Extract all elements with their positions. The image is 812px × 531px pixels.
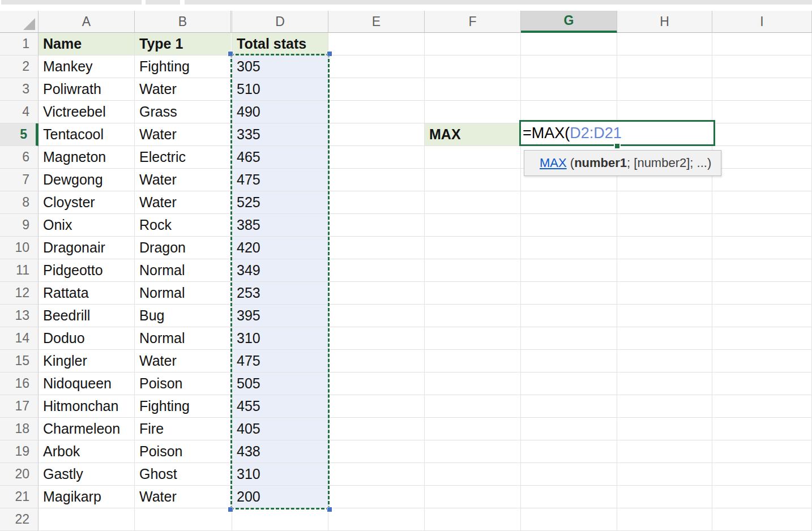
cell-A10[interactable]: Dragonair — [39, 237, 135, 259]
cell-B3[interactable]: Water — [135, 78, 231, 101]
row-header-16[interactable]: 16 — [0, 372, 39, 395]
cell-B13[interactable]: Bug — [135, 305, 231, 327]
cell-E3[interactable] — [328, 78, 425, 101]
cell-F6[interactable] — [425, 146, 521, 169]
cell-H10[interactable] — [617, 237, 712, 259]
cell-D17[interactable]: 455 — [232, 395, 328, 418]
cell-H19[interactable] — [617, 440, 712, 463]
cell-H9[interactable] — [617, 214, 712, 237]
cell-I20[interactable] — [712, 463, 812, 486]
cell-F4[interactable] — [425, 101, 521, 123]
cell-I15[interactable] — [712, 350, 812, 372]
column-header-B[interactable]: B — [135, 11, 231, 33]
cell-A7[interactable]: Dewgong — [39, 169, 135, 191]
cell-B1[interactable]: Type 1 — [135, 33, 231, 55]
cell-G1[interactable] — [521, 33, 617, 55]
cell-A13[interactable]: Beedrill — [39, 305, 135, 327]
cell-D7[interactable]: 475 — [232, 169, 328, 191]
cell-A14[interactable]: Doduo — [39, 327, 135, 350]
cell-E2[interactable] — [328, 55, 425, 78]
row-header-19[interactable]: 19 — [0, 440, 39, 463]
cell-H2[interactable] — [617, 55, 712, 78]
cell-E5[interactable] — [328, 123, 425, 146]
cell-H12[interactable] — [617, 282, 712, 305]
cell-B10[interactable]: Dragon — [135, 237, 231, 259]
cell-I4[interactable] — [712, 101, 812, 123]
cell-E17[interactable] — [328, 395, 425, 418]
cell-D18[interactable]: 405 — [232, 418, 328, 440]
cell-I7[interactable] — [712, 169, 812, 191]
column-header-I[interactable]: I — [712, 11, 812, 33]
cell-B14[interactable]: Normal — [135, 327, 231, 350]
row-header-9[interactable]: 9 — [0, 214, 39, 237]
cell-B16[interactable]: Poison — [135, 372, 231, 395]
cell-A1[interactable]: Name — [39, 33, 135, 55]
row-header-17[interactable]: 17 — [0, 395, 39, 418]
cell-A2[interactable]: Mankey — [39, 55, 135, 78]
fill-handle[interactable] — [614, 143, 621, 149]
cell-D12[interactable]: 253 — [232, 282, 328, 305]
cell-F18[interactable] — [425, 418, 521, 440]
cell-B8[interactable]: Water — [135, 191, 231, 214]
cell-I21[interactable] — [712, 486, 812, 508]
cell-E16[interactable] — [328, 372, 425, 395]
cell-H15[interactable] — [617, 350, 712, 372]
cell-E11[interactable] — [328, 259, 425, 282]
cell-I16[interactable] — [712, 372, 812, 395]
cell-H3[interactable] — [617, 78, 712, 101]
cell-I6[interactable] — [712, 146, 812, 169]
cell-E20[interactable] — [328, 463, 425, 486]
cell-F9[interactable] — [425, 214, 521, 237]
cell-E8[interactable] — [328, 191, 425, 214]
cell-F21[interactable] — [425, 486, 521, 508]
selection-handle-top-left[interactable] — [228, 51, 233, 57]
row-header-11[interactable]: 11 — [0, 259, 39, 282]
row-header-15[interactable]: 15 — [0, 350, 39, 372]
row-header-6[interactable]: 6 — [0, 146, 39, 169]
cell-I10[interactable] — [712, 237, 812, 259]
cell-G3[interactable] — [521, 78, 617, 101]
cell-D22[interactable] — [232, 508, 328, 531]
cell-H21[interactable] — [617, 486, 712, 508]
cell-G8[interactable] — [521, 191, 617, 214]
cell-B19[interactable]: Poison — [135, 440, 231, 463]
row-header-13[interactable]: 13 — [0, 305, 39, 327]
cell-D13[interactable]: 395 — [232, 305, 328, 327]
cell-I5[interactable] — [712, 123, 812, 146]
cell-D15[interactable]: 475 — [232, 350, 328, 372]
row-header-4[interactable]: 4 — [0, 101, 39, 123]
row-header-20[interactable]: 20 — [0, 463, 39, 486]
cell-A8[interactable]: Cloyster — [39, 191, 135, 214]
cell-B9[interactable]: Rock — [135, 214, 231, 237]
cell-E19[interactable] — [328, 440, 425, 463]
cell-I12[interactable] — [712, 282, 812, 305]
cell-F16[interactable] — [425, 372, 521, 395]
cell-B15[interactable]: Water — [135, 350, 231, 372]
cell-I17[interactable] — [712, 395, 812, 418]
selection-handle-bottom-right[interactable] — [327, 507, 332, 512]
row-header-21[interactable]: 21 — [0, 486, 39, 508]
row-header-14[interactable]: 14 — [0, 327, 39, 350]
column-header-A[interactable]: A — [39, 11, 135, 33]
cell-F8[interactable] — [425, 191, 521, 214]
cell-I3[interactable] — [712, 78, 812, 101]
cell-E6[interactable] — [328, 146, 425, 169]
cell-F10[interactable] — [425, 237, 521, 259]
cell-F22[interactable] — [425, 508, 521, 531]
cell-H18[interactable] — [617, 418, 712, 440]
select-all-corner[interactable] — [0, 11, 39, 33]
cell-D8[interactable]: 525 — [232, 191, 328, 214]
cell-I2[interactable] — [712, 55, 812, 78]
cell-H11[interactable] — [617, 259, 712, 282]
cell-A11[interactable]: Pidgeotto — [39, 259, 135, 282]
cell-F3[interactable] — [425, 78, 521, 101]
selection-handle-top-right[interactable] — [327, 51, 332, 57]
cell-H22[interactable] — [617, 508, 712, 531]
cell-F1[interactable] — [425, 33, 521, 55]
row-header-1[interactable]: 1 — [0, 33, 39, 55]
cell-E18[interactable] — [328, 418, 425, 440]
cell-D2[interactable]: 305 — [232, 55, 328, 78]
cell-E15[interactable] — [328, 350, 425, 372]
cell-I8[interactable] — [712, 191, 812, 214]
cell-A9[interactable]: Onix — [39, 214, 135, 237]
